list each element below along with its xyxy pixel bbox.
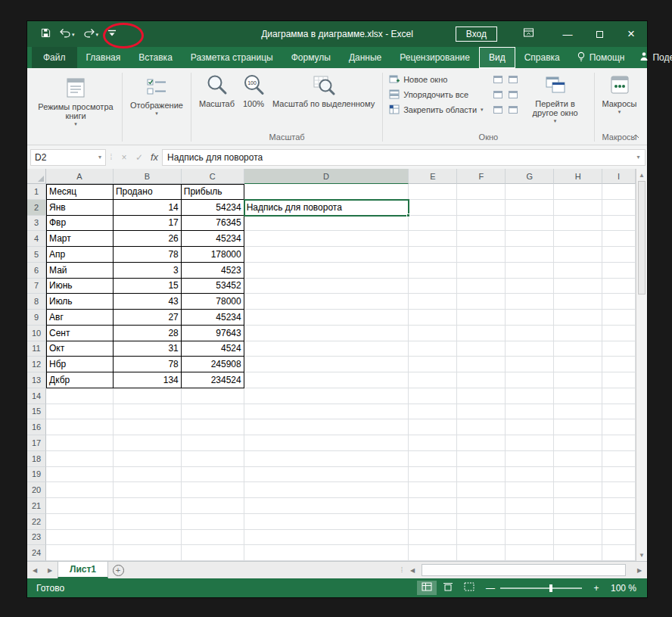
tab-help[interactable]: Справка (515, 47, 569, 68)
cell-C19[interactable] (182, 467, 244, 483)
cell-H1[interactable] (554, 184, 602, 200)
cell-A20[interactable] (46, 482, 114, 498)
cell-A14[interactable] (46, 388, 114, 404)
hide-window-button[interactable] (490, 87, 506, 102)
switch-windows-button[interactable]: Перейти в другое окно ▾ (521, 72, 590, 125)
cell-D5[interactable] (244, 247, 409, 263)
cell-F17[interactable] (457, 435, 506, 451)
cell-B10[interactable]: 28 (114, 326, 182, 341)
cell-G17[interactable] (506, 435, 554, 451)
cell-H3[interactable] (554, 216, 602, 232)
cell-A5[interactable]: Апр (46, 247, 114, 263)
cell-B16[interactable] (114, 419, 182, 435)
row-header-9[interactable]: 9 (27, 310, 46, 326)
cell-G11[interactable] (506, 341, 554, 357)
cell-E23[interactable] (409, 530, 457, 546)
cell-A9[interactable]: Авг (46, 310, 114, 326)
cell-I4[interactable] (602, 231, 636, 247)
row-header-14[interactable]: 14 (27, 388, 46, 404)
cell-I21[interactable] (602, 498, 636, 514)
cell-C20[interactable] (182, 482, 244, 498)
cell-G1[interactable] (506, 184, 554, 200)
cell-H14[interactable] (554, 388, 602, 404)
column-header-H[interactable]: H (554, 169, 602, 184)
zoom-slider[interactable] (500, 587, 582, 589)
cell-D17[interactable] (244, 435, 409, 451)
save-button[interactable] (41, 27, 51, 41)
cell-E21[interactable] (409, 498, 457, 514)
cell-D13[interactable] (244, 372, 409, 388)
cell-G6[interactable] (506, 263, 554, 279)
cell-C22[interactable] (182, 514, 244, 530)
cell-D7[interactable] (244, 279, 409, 294)
cell-G10[interactable] (506, 326, 554, 341)
row-header-12[interactable]: 12 (27, 357, 46, 372)
cell-B9[interactable]: 27 (114, 310, 182, 326)
row-header-21[interactable]: 21 (27, 498, 46, 514)
cell-E15[interactable] (409, 404, 457, 420)
cell-H17[interactable] (554, 435, 602, 451)
cell-H24[interactable] (554, 545, 602, 561)
cell-I13[interactable] (602, 372, 636, 388)
cell-H13[interactable] (554, 372, 602, 388)
normal-view-button[interactable] (417, 581, 437, 595)
cell-E6[interactable] (409, 263, 457, 279)
cell-G7[interactable] (506, 279, 554, 294)
cell-E11[interactable] (409, 341, 457, 357)
cell-C5[interactable]: 178000 (182, 247, 244, 263)
cell-E22[interactable] (409, 514, 457, 530)
close-button[interactable]: × (615, 21, 647, 47)
tab-formulas[interactable]: Формулы (282, 47, 340, 68)
workbook-views-button[interactable]: Режимы просмотра книги ▾ (33, 72, 118, 128)
cell-D18[interactable] (244, 451, 409, 467)
cell-A11[interactable]: Окт (46, 341, 114, 357)
cell-D9[interactable] (244, 310, 409, 326)
cell-E20[interactable] (409, 482, 457, 498)
row-header-24[interactable]: 24 (27, 545, 46, 561)
cell-D4[interactable] (244, 231, 409, 247)
cell-B2[interactable]: 14 (114, 200, 182, 216)
cell-E17[interactable] (409, 435, 457, 451)
column-header-F[interactable]: F (457, 169, 506, 184)
cell-E4[interactable] (409, 231, 457, 247)
cell-H11[interactable] (554, 341, 602, 357)
horizontal-scrollbar[interactable]: ◀ ▶ (405, 562, 647, 578)
tab-insert[interactable]: Вставка (129, 47, 182, 68)
tab-review[interactable]: Рецензирование (390, 47, 479, 68)
cell-D20[interactable] (244, 482, 409, 498)
cell-B17[interactable] (114, 435, 182, 451)
tab-file[interactable]: Файл (32, 47, 77, 68)
cell-G22[interactable] (506, 514, 554, 530)
cell-B7[interactable]: 15 (114, 279, 182, 294)
row-header-22[interactable]: 22 (27, 514, 46, 530)
redo-button[interactable]: ▾ (84, 27, 99, 41)
vertical-scrollbar[interactable]: ▲ ▼ (636, 169, 647, 561)
tab-view[interactable]: Вид (479, 47, 515, 68)
cell-F6[interactable] (457, 263, 506, 279)
fill-handle[interactable] (406, 213, 410, 217)
cell-G21[interactable] (506, 498, 554, 514)
cell-D6[interactable] (244, 263, 409, 279)
cell-E10[interactable] (409, 326, 457, 341)
cell-G23[interactable] (506, 530, 554, 546)
cell-F1[interactable] (457, 184, 506, 200)
cell-E1[interactable] (409, 184, 457, 200)
cell-E18[interactable] (409, 451, 457, 467)
sign-in-button[interactable]: Вход (456, 26, 497, 42)
cell-F4[interactable] (457, 231, 506, 247)
redo-caret-icon[interactable]: ▾ (96, 32, 99, 37)
cell-C3[interactable]: 76345 (182, 216, 244, 232)
cell-C10[interactable]: 97643 (182, 326, 244, 341)
cell-F19[interactable] (457, 467, 506, 483)
reset-window-position-button[interactable] (506, 102, 521, 117)
zoom-in-button[interactable]: + (590, 583, 603, 594)
hscroll-right-arrow[interactable]: ▶ (632, 567, 647, 574)
cell-F14[interactable] (457, 388, 506, 404)
cell-C7[interactable]: 53452 (182, 279, 244, 294)
cell-A23[interactable] (46, 530, 114, 546)
cell-C14[interactable] (182, 388, 244, 404)
tab-data[interactable]: Данные (340, 47, 390, 68)
cell-A19[interactable] (46, 467, 114, 483)
cell-A17[interactable] (46, 435, 114, 451)
row-header-13[interactable]: 13 (27, 372, 46, 388)
